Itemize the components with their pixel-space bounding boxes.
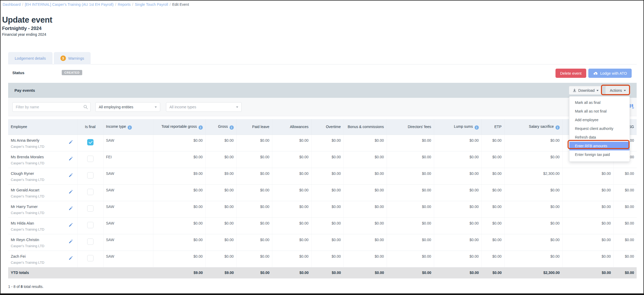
- info-icon[interactable]: i: [128, 125, 132, 130]
- is-final-checkbox[interactable]: [87, 255, 94, 261]
- tab-warnings[interactable]: 3 Warnings: [54, 52, 91, 64]
- value-cell: $0.00: [236, 168, 272, 184]
- value-cell: $0.00: [272, 135, 311, 151]
- breadcrumb-link[interactable]: [EH INTERNAL] Casper's Training (AU 1st …: [25, 2, 113, 7]
- is-final-checkbox[interactable]: [87, 222, 94, 228]
- page-subtext: Financial year ending 2024: [2, 32, 52, 37]
- download-label: Download: [578, 88, 595, 93]
- value-cell: $0.00: [614, 251, 637, 267]
- menu-item[interactable]: Mark all as final: [569, 98, 630, 107]
- edit-employee-icon[interactable]: [69, 239, 73, 248]
- download-icon: [573, 88, 577, 92]
- value-cell: $9.00: [205, 168, 236, 184]
- ytd-value-cell: $0.00: [311, 267, 344, 278]
- employee-name: Ms Hilda Alan: [11, 221, 44, 225]
- employing-entities-select[interactable]: All employing entities: [95, 102, 160, 112]
- page-title: Update event: [2, 15, 52, 25]
- employing-entity-name: Casper's Training LTD: [11, 145, 44, 149]
- menu-item[interactable]: Enter foreign tax paid: [569, 150, 630, 159]
- delete-event-button[interactable]: Delete event: [555, 69, 586, 78]
- value-cell: $0.00: [387, 201, 434, 217]
- table-row: Mr Reyn ChristinCasper's Training LTDSAW…: [8, 234, 637, 251]
- results-range: 1 - 8 of: [8, 284, 20, 289]
- results-summary: 1 - 8 of 8 total results.: [8, 284, 44, 289]
- employee-cell: Ms Anna BeverlyCasper's Training LTD: [8, 135, 77, 151]
- employee-name: Ms Anna Beverly: [11, 138, 44, 143]
- value-cell: $0.00: [236, 234, 272, 251]
- breadcrumb-link[interactable]: Dashboard: [3, 2, 21, 7]
- is-final-checkbox[interactable]: [87, 156, 94, 162]
- actions-button[interactable]: Actions: [605, 86, 630, 95]
- status-label: Status: [12, 70, 24, 75]
- header-row: EmployeeIs finalIncome typeiTotal report…: [8, 119, 637, 135]
- value-cell: $0.00: [562, 217, 614, 234]
- value-cell: $0.00: [344, 201, 387, 217]
- tab-lodgement-details[interactable]: Lodgement details: [8, 52, 53, 64]
- breadcrumb-link[interactable]: Reports: [118, 2, 131, 7]
- value-cell: $0.00: [153, 184, 205, 201]
- tabs-divider: [8, 64, 637, 64]
- edit-employee-icon[interactable]: [69, 140, 73, 149]
- is-final-checkbox[interactable]: [87, 172, 94, 179]
- info-icon[interactable]: i: [230, 125, 234, 130]
- column-header-label: Total reportable gross: [162, 124, 197, 129]
- table-row: Ms Anna BeverlyCasper's Training LTDSAW$…: [8, 135, 637, 151]
- column-header: Employee: [8, 119, 77, 135]
- ytd-value-cell: $9.00: [205, 267, 236, 278]
- value-cell: $0.00: [614, 201, 637, 217]
- column-header: Bonus & commissions: [344, 119, 387, 135]
- menu-item[interactable]: Refresh data: [569, 133, 630, 142]
- menu-item[interactable]: Add employee: [569, 116, 630, 124]
- value-cell: $0.00: [562, 184, 614, 201]
- is-final-cell: [77, 201, 103, 217]
- edit-employee-icon[interactable]: [69, 156, 73, 165]
- value-cell: $0.00: [236, 251, 272, 267]
- table-row: Mr Gerald AscartCasper's Training LTDSAW…: [8, 184, 637, 201]
- edit-employee-icon[interactable]: [69, 190, 73, 198]
- employing-entity-name: Casper's Training LTD: [11, 227, 44, 231]
- edit-employee-icon[interactable]: [69, 256, 73, 265]
- breadcrumb-link[interactable]: Single Touch Payroll: [135, 2, 168, 7]
- income-types-select[interactable]: All income types: [166, 102, 242, 112]
- menu-item[interactable]: Enter RFB amounts: [569, 142, 630, 150]
- column-header-label: Paid leave: [252, 125, 269, 129]
- status-badge: CREATED: [62, 70, 82, 75]
- value-cell: $0.00: [272, 217, 311, 234]
- value-cell: $9.00: [153, 168, 205, 184]
- info-icon[interactable]: i: [475, 125, 479, 130]
- value-cell: $0.00: [344, 135, 387, 151]
- value-cell: $0.00: [272, 201, 311, 217]
- income-type-cell: SAW: [103, 251, 153, 267]
- download-button[interactable]: Download: [569, 86, 602, 95]
- value-cell: $0.00: [311, 234, 344, 251]
- ytd-value-cell: $0.00: [562, 267, 614, 278]
- is-final-checkbox[interactable]: [87, 139, 94, 145]
- value-cell: $0.00: [205, 135, 236, 151]
- value-cell: $0.00: [434, 217, 481, 234]
- column-header-label: Bonus & commissions: [348, 125, 384, 129]
- edit-employee-icon[interactable]: [69, 223, 73, 231]
- value-cell: $0.00: [504, 234, 562, 251]
- is-final-checkbox[interactable]: [87, 189, 94, 195]
- is-final-checkbox[interactable]: [87, 238, 94, 245]
- breadcrumb: Dashboard/[EH INTERNAL] Casper's Trainin…: [3, 2, 189, 7]
- edit-employee-icon[interactable]: [69, 173, 73, 182]
- info-icon[interactable]: i: [555, 125, 560, 130]
- value-cell: $0.00: [614, 234, 637, 251]
- value-cell: $0.00: [311, 168, 344, 184]
- edit-employee-icon[interactable]: [69, 206, 73, 215]
- ytd-value-cell: $0.00: [272, 267, 311, 278]
- is-final-cell: [77, 251, 103, 267]
- ytd-value-cell: $0.00: [481, 267, 504, 278]
- is-final-checkbox[interactable]: [87, 205, 94, 212]
- lodge-with-ato-button[interactable]: Lodge with ATO: [588, 69, 632, 78]
- filter-by-name-input[interactable]: [12, 102, 91, 112]
- menu-item[interactable]: Request client authority: [569, 124, 630, 133]
- menu-item[interactable]: Mark all as not final: [569, 107, 630, 116]
- results-suffix: total results.: [23, 284, 43, 289]
- info-icon[interactable]: i: [199, 125, 203, 130]
- income-type-cell: SAW: [103, 201, 153, 217]
- lodge-with-ato-label: Lodge with ATO: [600, 71, 627, 75]
- value-cell: $0.00: [481, 168, 504, 184]
- employee-name: Mr Harry Turner: [11, 205, 44, 209]
